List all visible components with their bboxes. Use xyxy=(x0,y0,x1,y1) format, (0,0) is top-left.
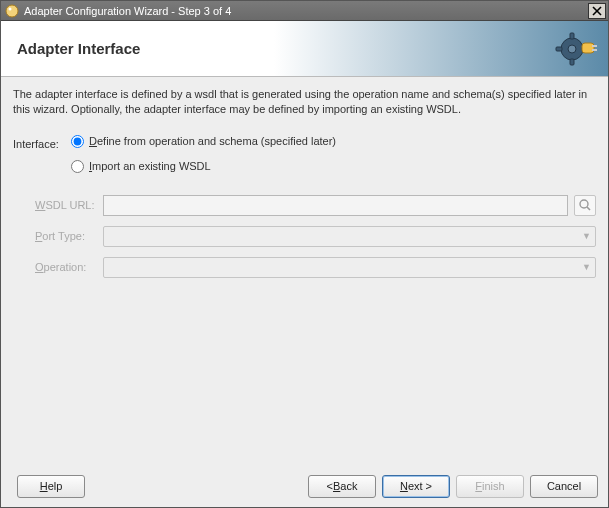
wsdl-url-label: WSDL URL: xyxy=(35,199,103,211)
interface-row: Interface: Define from operation and sch… xyxy=(13,135,596,154)
svg-rect-10 xyxy=(582,43,594,53)
interface-row-2: Import an existing WSDL xyxy=(13,160,596,179)
finish-button[interactable]: Finish xyxy=(456,475,524,498)
svg-line-14 xyxy=(587,207,590,210)
chevron-down-icon: ▼ xyxy=(582,231,591,241)
port-type-label: Port Type: xyxy=(35,230,103,242)
operation-label: Operation: xyxy=(35,261,103,273)
svg-rect-8 xyxy=(556,47,562,51)
radio-import-label[interactable]: Import an existing WSDL xyxy=(89,160,211,172)
description-text: The adapter interface is defined by a ws… xyxy=(13,87,596,117)
svg-point-0 xyxy=(6,5,18,17)
button-bar: Help < Back Next > Finish Cancel xyxy=(1,465,608,507)
wizard-window: Adapter Configuration Wizard - Step 3 of… xyxy=(0,0,609,508)
search-icon xyxy=(578,198,592,212)
wsdl-url-input[interactable] xyxy=(103,195,568,216)
operation-select[interactable]: ▼ xyxy=(103,257,596,278)
wsdl-fields: WSDL URL: Port Type: ▼ Operation: xyxy=(13,195,596,288)
svg-rect-6 xyxy=(570,33,574,39)
titlebar: Adapter Configuration Wizard - Step 3 of… xyxy=(1,1,608,21)
help-button[interactable]: Help xyxy=(17,475,85,498)
radio-define[interactable] xyxy=(71,135,84,148)
svg-rect-7 xyxy=(570,59,574,65)
wsdl-url-row: WSDL URL: xyxy=(35,195,596,216)
app-icon xyxy=(5,4,19,18)
svg-point-13 xyxy=(580,200,588,208)
svg-point-1 xyxy=(9,7,12,10)
page-title: Adapter Interface xyxy=(17,40,140,57)
radio-import[interactable] xyxy=(71,160,84,173)
window-title: Adapter Configuration Wizard - Step 3 of… xyxy=(24,5,588,17)
svg-rect-12 xyxy=(592,49,597,51)
radio-define-row: Define from operation and schema (specif… xyxy=(71,135,336,148)
content-area: The adapter interface is defined by a ws… xyxy=(1,77,608,465)
svg-rect-11 xyxy=(592,45,597,47)
cancel-button[interactable]: Cancel xyxy=(530,475,598,498)
chevron-down-icon: ▼ xyxy=(582,262,591,272)
gear-plug-icon xyxy=(554,29,598,69)
close-button[interactable] xyxy=(588,3,606,19)
next-button[interactable]: Next > xyxy=(382,475,450,498)
back-button[interactable]: < Back xyxy=(308,475,376,498)
radio-define-label[interactable]: Define from operation and schema (specif… xyxy=(89,135,336,147)
banner: Adapter Interface xyxy=(1,21,608,77)
svg-point-5 xyxy=(568,45,576,53)
port-type-select[interactable]: ▼ xyxy=(103,226,596,247)
radio-import-row: Import an existing WSDL xyxy=(71,160,211,173)
browse-wsdl-button[interactable] xyxy=(574,195,596,216)
interface-label: Interface: xyxy=(13,138,71,150)
operation-row: Operation: ▼ xyxy=(35,257,596,278)
port-type-row: Port Type: ▼ xyxy=(35,226,596,247)
